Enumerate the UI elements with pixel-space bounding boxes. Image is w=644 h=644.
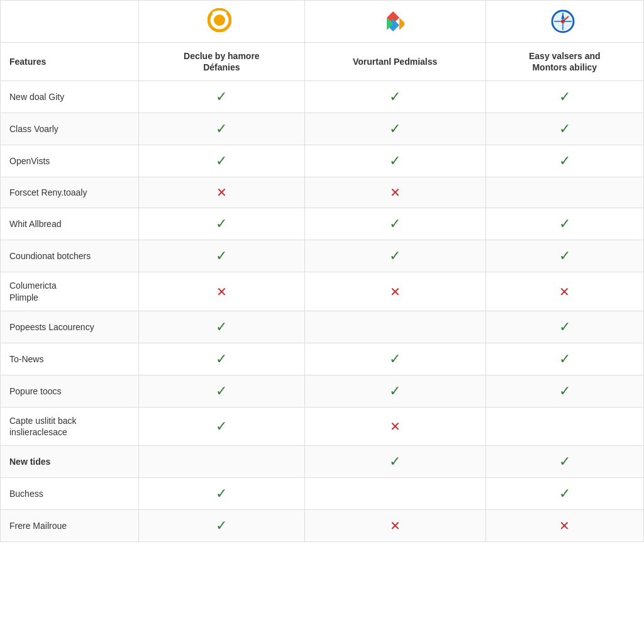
cross-icon: ✕ [390, 419, 401, 433]
openvas-logo [208, 8, 235, 32]
check-icon: ✓ [216, 351, 227, 367]
nmaap-cell: ✓ [486, 311, 643, 343]
nessus-cell: ✓ [304, 208, 486, 240]
openvas-cell: ✓ [139, 208, 305, 240]
nmaap-cell: ✕ [486, 510, 643, 542]
header-nmaap [486, 1, 643, 43]
feature-cell: Class Voarly [1, 113, 139, 145]
openvas-cell: ✓ [139, 240, 305, 272]
nessus-cell: ✓ [304, 145, 486, 177]
feature-label: Popeests Lacourency [9, 322, 94, 332]
check-icon: ✓ [559, 319, 570, 335]
feature-label: New doal Gity [9, 92, 64, 102]
cross-icon: ✕ [390, 186, 401, 199]
openvas-cell: ✓ [139, 311, 305, 343]
check-icon: ✓ [216, 153, 227, 169]
nmaap-cell: ✓ [486, 81, 643, 113]
nessus-cell: ✓ [304, 343, 486, 375]
feature-cell: Forscet Reny.toaaly [1, 177, 139, 208]
nessus-cell: ✓ [304, 240, 486, 272]
feature-cell: OpenVists [1, 145, 139, 177]
feature-label: Class Voarly [9, 124, 58, 134]
header-nessus [304, 1, 486, 43]
check-icon: ✓ [216, 319, 227, 335]
feature-cell: New doal Gity [1, 81, 139, 113]
cross-icon: ✕ [390, 285, 401, 299]
check-icon: ✓ [389, 248, 401, 264]
check-icon: ✓ [216, 518, 227, 533]
col-header-nessus: Vorurtanl Pedmialss [304, 43, 486, 81]
check-icon: ✓ [389, 351, 401, 367]
nmaap-cell: ✓ [486, 478, 643, 510]
check-icon: ✓ [216, 418, 227, 434]
openvas-cell: ✓ [139, 478, 305, 510]
feature-label: ColumerictaPlimple [9, 280, 57, 302]
col-header-features: Features [1, 43, 139, 81]
openvas-cell: ✓ [139, 145, 305, 177]
nessus-cell: ✕ [304, 177, 486, 208]
feature-label: Coundionat botchers [9, 251, 91, 261]
check-icon: ✓ [216, 216, 227, 231]
check-icon: ✓ [559, 453, 570, 469]
check-icon: ✓ [559, 153, 570, 169]
feature-label: OpenVists [9, 156, 50, 166]
table-row: Buchess✓✓ [1, 478, 644, 510]
feature-cell: Frere Mailroue [1, 510, 139, 542]
nessus-logo [382, 10, 408, 33]
feature-cell: Whit Allbread [1, 208, 139, 240]
check-icon: ✓ [389, 216, 401, 231]
check-icon: ✓ [389, 153, 401, 169]
feature-label: Capte uslitit backinslieraclesace [9, 416, 77, 437]
openvas-cell: ✓ [139, 375, 305, 407]
feature-cell: Popeests Lacourency [1, 311, 139, 343]
nessus-cell: ✓ [304, 81, 486, 113]
svg-point-1 [214, 14, 225, 26]
check-icon: ✓ [216, 248, 227, 264]
nmaap-cell [486, 407, 643, 445]
check-icon: ✓ [216, 121, 227, 136]
nessus-cell: ✕ [304, 272, 486, 311]
nmaap-cell: ✓ [486, 343, 643, 375]
openvas-cell: ✓ [139, 343, 305, 375]
check-icon: ✓ [559, 351, 570, 367]
feature-label: Frere Mailroue [9, 521, 67, 531]
openvas-cell: ✕ [139, 272, 305, 311]
check-icon: ✓ [389, 89, 401, 104]
nmaap-cell: ✓ [486, 240, 643, 272]
nmaap-cell: ✕ [486, 272, 643, 311]
header-features-cell [1, 1, 139, 43]
table-row: New tides✓✓ [1, 446, 644, 478]
table-row: ColumerictaPlimple✕✕✕ [1, 272, 644, 311]
openvas-cell: ✓ [139, 407, 305, 445]
nessus-cell [304, 311, 486, 343]
table-row: Class Voarly✓✓✓ [1, 113, 644, 145]
nmaap-cell: ✓ [486, 113, 643, 145]
check-icon: ✓ [559, 248, 570, 264]
col-header-features-label: Features [9, 57, 46, 67]
feature-cell: To-News [1, 343, 139, 375]
openvas-cell: ✓ [139, 113, 305, 145]
table-row: Popure toocs✓✓✓ [1, 375, 644, 407]
comparison-table: Features Declue by hamoreDéfanies Vorurt… [0, 0, 644, 542]
table-row: New doal Gity✓✓✓ [1, 81, 644, 113]
table-row: Coundionat botchers✓✓✓ [1, 240, 644, 272]
table-row: To-News✓✓✓ [1, 343, 644, 375]
nmaap-cell: ✓ [486, 208, 643, 240]
table-row: OpenVists✓✓✓ [1, 145, 644, 177]
nmaap-cell: ✓ [486, 145, 643, 177]
check-icon: ✓ [216, 89, 227, 104]
openvas-cell [139, 446, 305, 478]
nmaap-product-header [495, 9, 635, 33]
cross-icon: ✕ [559, 285, 570, 299]
feature-cell: New tides [1, 446, 139, 478]
feature-label: To-News [9, 354, 43, 364]
nessus-product-header [314, 10, 477, 33]
check-icon: ✓ [559, 486, 570, 501]
openvas-cell: ✓ [139, 510, 305, 542]
col-header-nmaap: Easy valsers andMontors abilicy [486, 43, 643, 81]
feature-cell: Popure toocs [1, 375, 139, 407]
feature-label: Popure toocs [9, 386, 62, 396]
nmaap-cell: ✓ [486, 375, 643, 407]
nmaap-cell [486, 177, 643, 208]
check-icon: ✓ [389, 383, 401, 399]
